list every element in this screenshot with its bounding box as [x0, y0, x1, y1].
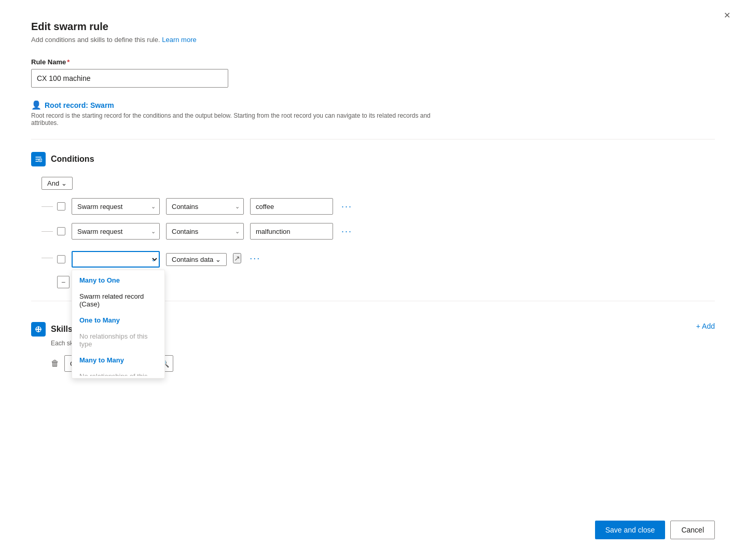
footer-actions: Save and close Cancel [595, 521, 715, 539]
root-record-section: 👤 Root record: Swarm Root record is the … [31, 100, 715, 127]
rule-name-label: Rule Name* [31, 58, 715, 66]
save-and-close-button[interactable]: Save and close [595, 521, 666, 539]
no-one-to-many-item: No relationships of this type [72, 328, 164, 352]
field-select-3[interactable] [72, 251, 160, 268]
modal-subtitle: Add conditions and skills to define this… [31, 36, 715, 44]
field-dropdown-wrapper-1: Swarm request ⌄ [72, 198, 160, 215]
conditions-icon [31, 152, 46, 166]
and-button[interactable]: And ⌄ [42, 177, 73, 190]
chevron-down-icon: ⌄ [61, 179, 67, 187]
conditions-section-header: Conditions [31, 152, 715, 166]
modal-title: Edit swarm rule [31, 21, 715, 33]
operator-select-2[interactable]: Contains [166, 223, 244, 240]
cancel-button[interactable]: Cancel [670, 521, 715, 539]
person-icon: 👤 [31, 100, 42, 110]
field-dropdown-wrapper-2: Swarm request ⌄ [72, 223, 160, 240]
remove-condition-button[interactable]: − [57, 276, 70, 288]
modal-container: ✕ Edit swarm rule Add conditions and ski… [0, 0, 746, 560]
contains-data-button[interactable]: Contains data ⌄ [166, 253, 227, 266]
operator-dropdown-wrapper-1: Contains ⌄ [166, 198, 244, 215]
many-to-one-label: Many to One [72, 272, 164, 288]
condition-checkbox-3[interactable] [57, 255, 65, 263]
many-to-many-label: Many to Many [72, 352, 164, 368]
field-select-2[interactable]: Swarm request [72, 223, 160, 240]
value-input-2[interactable] [250, 223, 333, 240]
required-indicator: * [67, 58, 70, 66]
root-record-label: 👤 Root record: Swarm [31, 100, 715, 110]
dropdown-scroll: Many to One Swarm related record (Case) … [72, 272, 164, 376]
condition-row-1: Swarm request ⌄ Contains ⌄ ··· [42, 198, 715, 215]
condition-row-3: ⌄ Many to One Swarm related record (Case… [42, 248, 715, 268]
conditions-area: And ⌄ Swarm request ⌄ Contains ⌄ [31, 177, 715, 288]
field-dropdown-wrapper-3: ⌄ [72, 251, 160, 268]
one-to-many-label: One to Many [72, 312, 164, 328]
field-dropdown-container-3: ⌄ Many to One Swarm related record (Case… [72, 251, 160, 268]
conditions-title: Conditions [51, 155, 94, 164]
add-skill-button[interactable]: + Add [696, 322, 715, 330]
operator-dropdown-wrapper-2: Contains ⌄ [166, 223, 244, 240]
swarm-related-case-item[interactable]: Swarm related record (Case) [72, 288, 164, 312]
skills-title: Skills [51, 325, 73, 334]
close-button[interactable]: ✕ [724, 10, 730, 20]
conditions-rows-wrapper: Swarm request ⌄ Contains ⌄ ··· [42, 198, 715, 288]
skills-header-left: Skills [31, 322, 73, 337]
root-record-desc: Root record is the starting record for t… [31, 112, 457, 127]
condition-checkbox-2[interactable] [57, 227, 65, 235]
expand-button[interactable]: ↗ [233, 253, 241, 263]
learn-more-link[interactable]: Learn more [162, 36, 196, 44]
divider-1 [31, 139, 715, 139]
operator-select-1[interactable]: Contains [166, 198, 244, 215]
chevron-down-icon-6: ⌄ [215, 256, 221, 263]
more-options-2[interactable]: ··· [339, 226, 354, 237]
more-options-1[interactable]: ··· [339, 201, 354, 212]
condition-row-2: Swarm request ⌄ Contains ⌄ ··· [42, 223, 715, 240]
skills-icon [31, 322, 46, 337]
value-input-1[interactable] [250, 198, 333, 215]
delete-skill-button[interactable]: 🗑 [51, 359, 59, 368]
no-many-to-many-item: No relationships of this type [72, 368, 164, 376]
condition-checkbox-1[interactable] [57, 202, 65, 211]
field-select-1[interactable]: Swarm request [72, 198, 160, 215]
rule-name-input[interactable] [31, 69, 228, 88]
more-options-3[interactable]: ··· [247, 253, 263, 264]
field-dropdown-menu: Many to One Swarm related record (Case) … [72, 270, 165, 379]
